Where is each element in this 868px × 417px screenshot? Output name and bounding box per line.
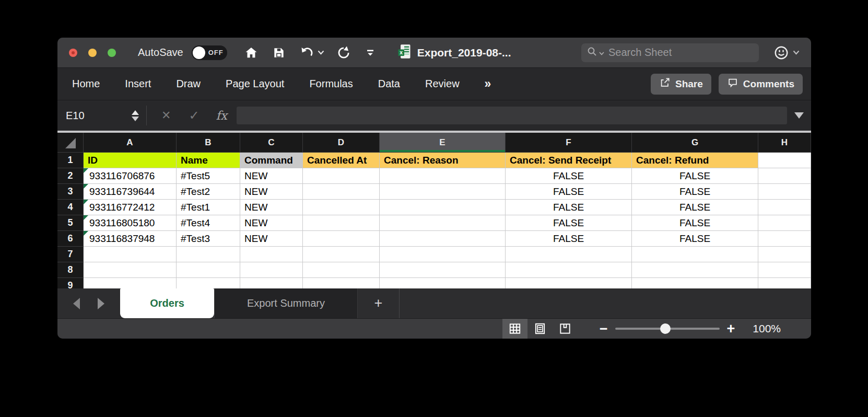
cell-d9[interactable] (303, 278, 380, 288)
cell-c9[interactable] (240, 278, 303, 288)
cell-e3[interactable] (380, 184, 506, 200)
row-header-3[interactable]: 3 (57, 184, 84, 200)
search-box[interactable] (581, 43, 759, 62)
row-header-9[interactable]: 9 (57, 278, 84, 288)
normal-view-button[interactable] (502, 319, 527, 339)
cell-d7[interactable] (303, 247, 380, 262)
search-scope-chevron-icon[interactable] (599, 48, 604, 57)
cell-c4[interactable]: NEW (240, 200, 303, 215)
cell-h7[interactable] (758, 247, 811, 262)
page-layout-view-button[interactable] (527, 319, 553, 339)
formula-input[interactable] (237, 107, 787, 124)
zoom-slider[interactable] (615, 328, 720, 330)
cell-g2[interactable]: FALSE (632, 168, 758, 184)
column-header-f[interactable]: F (506, 133, 632, 153)
column-header-h[interactable]: H (758, 133, 811, 153)
cell-h1[interactable] (758, 153, 811, 168)
more-tabs-chevron[interactable]: » (485, 77, 490, 91)
tab-page-layout[interactable]: Page Layout (226, 78, 284, 90)
cell-c6[interactable]: NEW (240, 231, 303, 247)
cell-a3[interactable]: 933116739644 (84, 184, 177, 200)
cancel-entry-icon[interactable]: ✕ (161, 109, 171, 122)
tab-review[interactable]: Review (425, 78, 460, 90)
tab-draw[interactable]: Draw (176, 78, 201, 90)
row-header-7[interactable]: 7 (57, 247, 84, 262)
home-icon[interactable] (244, 45, 259, 60)
ribbon-display-options-icon[interactable] (364, 47, 377, 59)
cell-b2[interactable]: #Test5 (177, 168, 240, 184)
cell-h8[interactable] (758, 262, 811, 278)
column-header-c[interactable]: C (240, 133, 303, 153)
formula-bar-expand-icon[interactable] (794, 112, 804, 119)
cell-b8[interactable] (177, 262, 240, 278)
undo-chevron-icon[interactable] (318, 50, 324, 55)
name-box[interactable]: E10 (57, 100, 146, 131)
zoom-slider-thumb[interactable] (660, 323, 671, 334)
tab-insert[interactable]: Insert (125, 78, 151, 90)
cell-e6[interactable] (380, 231, 506, 247)
cell-g8[interactable] (632, 262, 758, 278)
cell-c8[interactable] (240, 262, 303, 278)
cell-h3[interactable] (758, 184, 811, 200)
cell-e8[interactable] (380, 262, 506, 278)
cell-h6[interactable] (758, 231, 811, 247)
cell-e9[interactable] (380, 278, 506, 288)
cell-e7[interactable] (380, 247, 506, 262)
share-button[interactable]: Share (651, 74, 711, 95)
stepper-up-icon[interactable] (132, 110, 139, 115)
save-icon[interactable] (272, 46, 286, 60)
cell-d2[interactable] (303, 168, 380, 184)
cell-a1[interactable]: ID (84, 153, 177, 168)
tab-formulas[interactable]: Formulas (309, 78, 353, 90)
cell-a6[interactable]: 933116837948 (84, 231, 177, 247)
sheet-tab-export-summary[interactable]: Export Summary (214, 288, 358, 318)
cell-b4[interactable]: #Test1 (177, 200, 240, 215)
cell-d8[interactable] (303, 262, 380, 278)
cell-g5[interactable]: FALSE (632, 215, 758, 231)
cell-h5[interactable] (758, 215, 811, 231)
cell-d3[interactable] (303, 184, 380, 200)
minimize-button[interactable] (88, 49, 97, 57)
cell-c3[interactable]: NEW (240, 184, 303, 200)
feedback-smiley-icon[interactable] (773, 45, 789, 61)
column-header-b[interactable]: B (177, 133, 240, 153)
cell-f9[interactable] (506, 278, 632, 288)
cell-a2[interactable]: 933116706876 (84, 168, 177, 184)
cell-b9[interactable] (177, 278, 240, 288)
cell-h9[interactable] (758, 278, 811, 288)
autosave-toggle[interactable]: OFF (192, 45, 227, 60)
cell-f7[interactable] (506, 247, 632, 262)
add-sheet-button[interactable]: + (358, 288, 400, 318)
cell-f4[interactable]: FALSE (506, 200, 632, 215)
cell-b5[interactable]: #Test4 (177, 215, 240, 231)
column-header-d[interactable]: D (303, 133, 380, 153)
tab-data[interactable]: Data (378, 78, 400, 90)
cell-d4[interactable] (303, 200, 380, 215)
cell-f1[interactable]: Cancel: Send Receipt (506, 153, 632, 168)
column-header-e-selected[interactable]: E (380, 133, 506, 153)
close-button[interactable] (69, 49, 77, 57)
row-header-8[interactable]: 8 (57, 262, 84, 278)
cell-e4[interactable] (380, 200, 506, 215)
stepper-down-icon[interactable] (132, 117, 139, 121)
column-header-g[interactable]: G (632, 133, 758, 153)
cell-b6[interactable]: #Test3 (177, 231, 240, 247)
undo-icon[interactable] (299, 45, 314, 60)
row-header-1[interactable]: 1 (57, 153, 84, 168)
cell-a8[interactable] (84, 262, 177, 278)
cell-d6[interactable] (303, 231, 380, 247)
cell-h2[interactable] (758, 168, 811, 184)
cell-d5[interactable] (303, 215, 380, 231)
cell-g1[interactable]: Cancel: Refund (632, 153, 758, 168)
row-header-6[interactable]: 6 (57, 231, 84, 247)
fullscreen-button[interactable] (108, 49, 116, 57)
column-header-a[interactable]: A (84, 133, 177, 153)
select-all-corner[interactable] (57, 133, 84, 153)
cell-g4[interactable]: FALSE (632, 200, 758, 215)
cell-f6[interactable]: FALSE (506, 231, 632, 247)
row-header-2[interactable]: 2 (57, 168, 84, 184)
cell-f2[interactable]: FALSE (506, 168, 632, 184)
cell-e1[interactable]: Cancel: Reason (380, 153, 506, 168)
cell-d1[interactable]: Cancelled At (303, 153, 380, 168)
sheet-tab-orders[interactable]: Orders (120, 288, 214, 318)
